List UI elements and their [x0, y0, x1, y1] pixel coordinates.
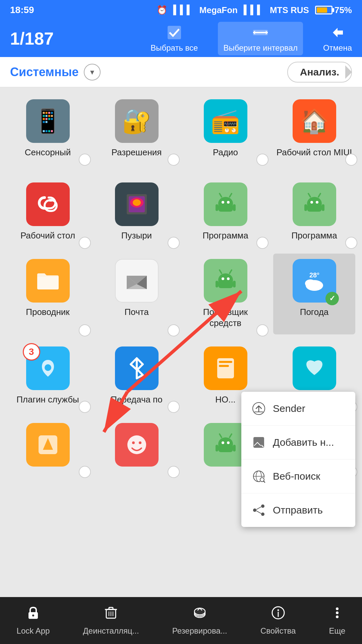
range-icon: [252, 24, 268, 41]
svg-rect-79: [109, 607, 113, 609]
context-menu-item-share[interactable]: Отправить: [241, 493, 355, 527]
svg-rect-16: [233, 204, 236, 211]
battery-icon: [315, 6, 333, 14]
app-label: Передача по: [111, 394, 162, 406]
select-all-label: Выбрать все: [150, 43, 198, 53]
svg-line-54: [230, 434, 232, 437]
category-left: Системные ▾: [10, 64, 101, 80]
list-item[interactable]: [7, 418, 89, 476]
select-all-button[interactable]: Выбрать все: [150, 24, 198, 53]
context-menu-item-sender[interactable]: Sender: [241, 392, 355, 426]
app-grid: Рабочий стол Пузыри: [0, 170, 362, 483]
cancel-button[interactable]: Отмена: [323, 24, 352, 53]
app-icon-3: [212, 355, 239, 382]
svg-point-52: [227, 441, 230, 444]
radio-button[interactable]: [256, 237, 268, 249]
nav-lock-label: Lock App: [17, 626, 50, 636]
context-add-label: Добавить н...: [273, 437, 334, 448]
nav-more-label: Еще: [329, 626, 346, 636]
category-name[interactable]: Системные: [10, 65, 78, 79]
web-search-icon: [251, 469, 266, 484]
radio-button[interactable]: [79, 237, 91, 249]
svg-rect-56: [233, 445, 236, 451]
radio-button[interactable]: [168, 154, 180, 166]
app-label: Плагин службы: [16, 394, 79, 406]
radio-button[interactable]: [168, 324, 180, 336]
list-item[interactable]: 🏠 Рабочий стол MIUI: [273, 94, 355, 164]
app-icon: [26, 423, 70, 467]
app-icon: [204, 423, 247, 467]
radio-button[interactable]: [168, 401, 180, 413]
battery-fill: [317, 7, 327, 13]
dropdown-button[interactable]: ▾: [84, 64, 101, 80]
list-item[interactable]: 📻 Радио: [184, 94, 266, 164]
app-icon: [26, 259, 70, 303]
svg-line-21: [308, 194, 310, 197]
app-icon: [204, 346, 247, 390]
svg-point-19: [310, 201, 313, 204]
radio-button[interactable]: [345, 237, 357, 249]
analyze-button[interactable]: Анализ.: [287, 62, 352, 83]
nav-item-uninstall[interactable]: Деинсталляц...: [83, 605, 139, 636]
list-item[interactable]: 🔐 Разрешен­ия: [96, 94, 178, 164]
context-menu-item-add[interactable]: Добавить н...: [241, 426, 355, 460]
weather-icon: 28°: [301, 267, 328, 294]
bottom-navigation: Lock App Деинсталляц... Резервирова...: [0, 597, 362, 644]
context-sender-label: Sender: [273, 403, 305, 414]
list-item[interactable]: Почта: [96, 254, 178, 335]
context-menu: Sender Добавить н...: [241, 392, 355, 527]
svg-point-40: [45, 364, 51, 371]
list-item[interactable]: Поставщи­к средств: [184, 254, 266, 335]
radio-button[interactable]: [168, 466, 180, 478]
list-item[interactable]: Рабочий стол: [7, 177, 89, 247]
nav-item-lock-app[interactable]: Lock App: [17, 605, 50, 636]
radio-button[interactable]: [256, 324, 268, 336]
radio-button[interactable]: [79, 466, 91, 478]
radio-button[interactable]: [79, 324, 91, 336]
nav-item-more[interactable]: Еще: [329, 605, 346, 636]
app-icon: 🔐: [115, 99, 159, 143]
nav-properties-label: Свойства: [260, 626, 296, 636]
check-badge: ✓: [325, 292, 339, 305]
context-share-label: Отправить: [273, 504, 323, 516]
badge-count: 3: [23, 343, 40, 361]
action-bar: 1/187 Выбрать все Выберите интервал: [0, 20, 362, 57]
context-websearch-label: Веб-поиск: [273, 471, 320, 482]
list-item[interactable]: 📱 Сенсо­рный: [7, 94, 89, 164]
trash-icon: [104, 605, 118, 624]
app-label: Радио: [213, 147, 238, 158]
list-item[interactable]: Прогр­амма: [184, 177, 266, 247]
svg-point-68: [253, 508, 256, 512]
status-time: 18:59: [10, 5, 34, 15]
list-item[interactable]: [96, 418, 178, 476]
android-icon: [212, 191, 239, 218]
folder-icon: [35, 267, 61, 294]
radio-button[interactable]: [79, 154, 91, 166]
nav-item-properties[interactable]: Свойства: [260, 605, 296, 636]
list-item[interactable]: 28° ✓ Погода: [273, 254, 355, 335]
nav-item-backup[interactable]: Резервирова...: [172, 605, 227, 636]
radio-button[interactable]: [345, 154, 357, 166]
context-menu-item-websearch[interactable]: Веб-поиск: [241, 460, 355, 493]
svg-point-8: [133, 199, 141, 206]
list-item[interactable]: Проводни­к: [7, 254, 89, 335]
svg-point-85: [194, 608, 205, 615]
sender-icon: [251, 401, 266, 416]
radio-button[interactable]: [256, 154, 268, 166]
bluetooth-icon: [123, 355, 150, 382]
lock-icon: [26, 605, 41, 624]
svg-rect-55: [216, 445, 218, 451]
list-item[interactable]: Прогр­амма: [273, 177, 355, 247]
list-item[interactable]: 3 Плагин службы: [7, 341, 89, 411]
radio-button[interactable]: [168, 237, 180, 249]
radio-button[interactable]: [79, 401, 91, 413]
mail-icon: [123, 267, 150, 294]
info-icon: [271, 605, 286, 624]
select-range-button[interactable]: Выберите интервал: [218, 22, 303, 55]
selection-counter: 1/187: [10, 29, 54, 49]
list-item[interactable]: Пузыри: [96, 177, 178, 247]
backup-icon: [192, 605, 207, 624]
svg-point-32: [227, 277, 230, 280]
list-item[interactable]: Передача по: [96, 341, 178, 411]
svg-rect-23: [304, 204, 307, 211]
